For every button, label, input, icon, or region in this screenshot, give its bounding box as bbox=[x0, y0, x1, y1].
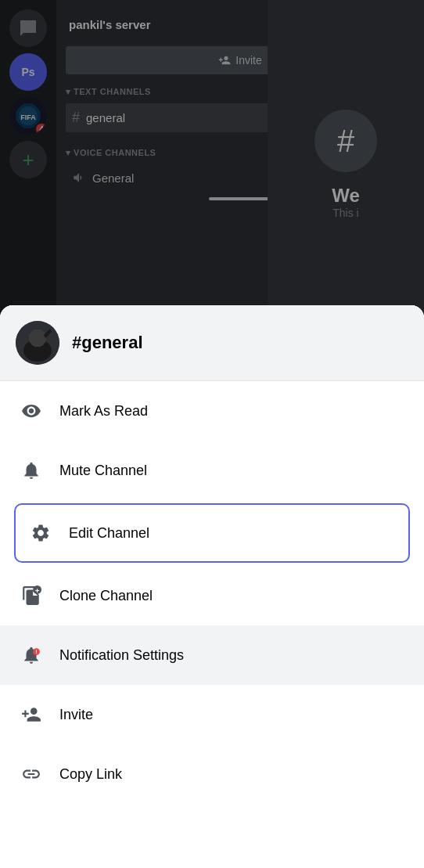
link-icon bbox=[19, 762, 44, 787]
mark-as-read-label: Mark As Read bbox=[59, 403, 148, 420]
invite-label: Invite bbox=[59, 707, 93, 723]
edit-channel-label: Edit Channel bbox=[69, 525, 149, 542]
gear-icon bbox=[28, 520, 53, 546]
mute-channel-label: Mute Channel bbox=[59, 463, 147, 479]
svg-point-6 bbox=[29, 330, 46, 347]
menu-item-mute-channel[interactable]: Mute Channel bbox=[0, 441, 424, 500]
menu-item-copy-link[interactable]: Copy Link bbox=[0, 744, 424, 804]
clone-channel-label: Clone Channel bbox=[59, 588, 153, 604]
copy-link-label: Copy Link bbox=[59, 766, 122, 783]
svg-text:+: + bbox=[35, 586, 40, 595]
avatar bbox=[16, 321, 59, 365]
menu-item-edit-channel[interactable]: Edit Channel bbox=[14, 503, 410, 563]
context-menu: #general Mark As Read Mute Channel Edit bbox=[0, 305, 424, 868]
overlay-dim bbox=[0, 0, 424, 329]
bell-icon bbox=[19, 458, 44, 483]
menu-item-invite[interactable]: Invite bbox=[0, 685, 424, 744]
menu-item-clone-channel[interactable]: + Clone Channel bbox=[0, 566, 424, 625]
person-add-icon bbox=[19, 702, 44, 727]
bell-alert-icon bbox=[19, 643, 44, 668]
clone-icon: + bbox=[19, 583, 44, 608]
avatar-svg bbox=[16, 321, 59, 365]
notification-settings-label: Notification Settings bbox=[59, 647, 184, 664]
menu-channel-name: #general bbox=[72, 333, 143, 353]
menu-header: #general bbox=[0, 305, 424, 381]
menu-item-notification-settings[interactable]: Notification Settings bbox=[0, 625, 424, 685]
edit-channel-wrapper: Edit Channel bbox=[0, 500, 424, 566]
menu-item-mark-as-read[interactable]: Mark As Read bbox=[0, 381, 424, 441]
eye-icon bbox=[19, 398, 44, 423]
